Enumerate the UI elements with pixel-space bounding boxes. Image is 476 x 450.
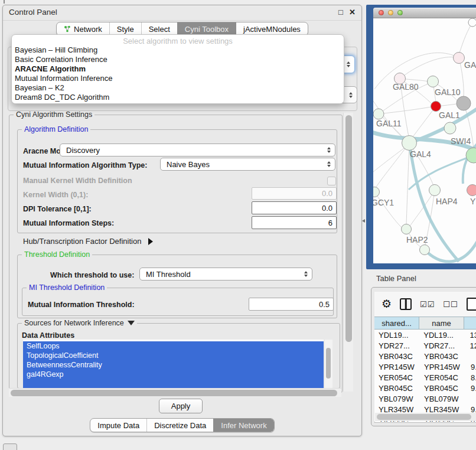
manual-kernel-checkbox[interactable]	[327, 177, 336, 185]
table-scrollbar-thumb[interactable]	[377, 414, 471, 420]
list-scrollbar-thumb[interactable]	[326, 348, 331, 379]
node-salmon[interactable]	[467, 185, 476, 196]
table-row[interactable]: YER054C YER054C 8.	[374, 372, 476, 383]
column-header-name[interactable]: name	[419, 317, 464, 330]
dropdown-item[interactable]: Mutual Information Inference	[12, 74, 344, 83]
settings-horizontal-scrollbar[interactable]	[9, 388, 341, 397]
mi-threshold-field[interactable]: 0.5	[249, 298, 334, 311]
cell: YDL19...	[374, 331, 420, 340]
mi-steps-label: Mutual Information Steps:	[23, 219, 114, 227]
aracne-mode-value: Discovery	[66, 146, 100, 155]
node-gcy1[interactable]	[373, 187, 380, 197]
kernel-width-label: Kernel Width (0,1):	[23, 191, 88, 199]
table-horizontal-scrollbar[interactable]	[375, 413, 476, 421]
split-view-icon[interactable]	[400, 298, 412, 310]
mi-steps-value: 6	[328, 219, 332, 227]
data-attributes-list: SelfLoops TopologicalCoefficient Between…	[23, 340, 324, 388]
node-swi4[interactable]	[444, 122, 456, 134]
stepper-icon	[304, 271, 308, 277]
table-row[interactable]: YBL079W YBL079W	[374, 393, 476, 404]
node-gal4[interactable]	[402, 136, 417, 151]
list-item[interactable]: gal4RGexp	[23, 370, 324, 379]
file-icon[interactable]	[467, 298, 476, 311]
node-label: GAL1	[439, 110, 460, 120]
tab-discretize-data[interactable]: Discretize Data	[146, 419, 213, 432]
settings-vertical-scrollbar[interactable]	[343, 113, 353, 392]
sources-group-title[interactable]: Sources for Network Inference	[22, 319, 137, 327]
group-title: Threshold Definition	[22, 250, 92, 259]
expand-arrow-icon	[128, 321, 135, 325]
tab-jactivemnodules[interactable]: jActiveMNodules	[236, 22, 308, 35]
node-gal1[interactable]	[431, 102, 441, 112]
node-gal10[interactable]	[428, 76, 439, 87]
table-row[interactable]: YPR145W YPR145W 9.	[374, 361, 476, 372]
tab-infer-network[interactable]: Infer Network	[213, 419, 273, 432]
bottom-left-partial-button[interactable]	[3, 444, 17, 450]
node[interactable]	[454, 53, 465, 64]
column-header-partial[interactable]	[464, 317, 476, 330]
tab-impute-data-label: Impute Data	[97, 421, 139, 430]
unchecked-columns-icon[interactable]: ☐☐	[443, 300, 458, 309]
list-item[interactable]: BetweennessCentrality	[23, 360, 324, 370]
dropdown-item[interactable]: Dream8 DC_TDC Algorithm	[12, 93, 344, 102]
network-window-titlebar[interactable]	[373, 8, 476, 18]
tab-impute-data[interactable]: Impute Data	[90, 419, 146, 432]
splitter-arrow-icon[interactable]	[362, 219, 365, 223]
cell: YBL079W	[421, 394, 468, 403]
list-item-partial[interactable]	[23, 379, 324, 388]
tab-cyni-toolbox[interactable]: Cyni Toolbox	[177, 22, 236, 35]
node-hap4[interactable]	[429, 185, 441, 196]
node-label: GAL11	[376, 119, 402, 128]
edge-artifact	[4, 0, 5, 4]
node-gray[interactable]	[457, 96, 471, 110]
apply-button[interactable]: Apply	[159, 399, 203, 413]
mac-zoom-icon[interactable]	[397, 10, 403, 15]
dropdown-item[interactable]: Bayesian – K2	[12, 83, 344, 93]
mi-steps-field[interactable]: 6	[252, 216, 337, 229]
list-scrollbar[interactable]	[325, 340, 332, 388]
dropdown-item-selected[interactable]: ARACNE Algorithm	[12, 64, 344, 74]
node-hap2[interactable]	[402, 224, 412, 234]
tab-network[interactable]: Network	[57, 22, 109, 35]
kernel-width-field[interactable]: 0.0	[252, 187, 337, 200]
column-header-shared[interactable]: shared...	[374, 317, 419, 330]
aracne-mode-combo[interactable]: Discovery	[60, 144, 335, 156]
hub-section-toggle[interactable]: Hub/Transcription Factor Definition	[23, 237, 153, 246]
cell: 9.	[468, 363, 476, 371]
node-label: HAP4	[436, 197, 458, 206]
float-icon[interactable]: □	[338, 8, 343, 17]
dropdown-item[interactable]: Basic Correlation Inference	[12, 55, 344, 64]
vertical-scrollbar-thumb[interactable]	[345, 115, 352, 342]
dpi-tolerance-value: 0.0	[322, 204, 332, 213]
dropdown-item[interactable]: Bayesian – Hill Climbing	[12, 45, 344, 55]
horizontal-scrollbar-thumb[interactable]	[11, 390, 337, 396]
tab-select[interactable]: Select	[141, 22, 177, 35]
cell: 13	[467, 331, 476, 340]
node-gal11[interactable]	[373, 109, 384, 119]
dpi-tolerance-field[interactable]: 0.0	[252, 201, 337, 214]
network-canvas[interactable]: GAL GAL80 GAL10 GAL1 GAL11 SWI4 GAL4 GCY…	[373, 18, 476, 263]
node[interactable]	[420, 245, 430, 255]
table-row[interactable]: YBR043C YBR043C	[374, 351, 476, 361]
sources-title-label: Sources for Network Inference	[24, 319, 124, 327]
mi-type-value: Naive Bayes	[167, 160, 210, 169]
table-row[interactable]: YBR045C YBR045C 9.	[374, 383, 476, 393]
checked-columns-icon[interactable]: ☑☑	[420, 300, 435, 309]
list-item[interactable]: SelfLoops	[23, 341, 324, 351]
close-icon[interactable]: ✕	[349, 8, 356, 17]
tab-style[interactable]: Style	[109, 22, 141, 35]
table-row[interactable]: YDL19... YDL19... 13	[374, 330, 476, 340]
mac-close-icon[interactable]	[379, 10, 384, 15]
which-threshold-combo[interactable]: MI Threshold	[139, 268, 312, 281]
cell: 9.	[468, 384, 476, 393]
collapse-arrow-icon	[148, 238, 153, 245]
group-title: MI Threshold Definition	[27, 283, 107, 292]
gear-icon[interactable]: ⚙	[382, 298, 392, 310]
dpi-tolerance-label: DPI Tolerance [0,1]:	[23, 205, 92, 213]
mi-type-combo[interactable]: Naive Bayes	[160, 158, 335, 171]
table-row[interactable]: YDR27... YDR27... 12	[374, 340, 476, 351]
cell: YBR045C	[421, 384, 468, 393]
mac-minimize-icon[interactable]	[388, 10, 393, 15]
node[interactable]	[468, 18, 476, 27]
list-item[interactable]: TopologicalCoefficient	[23, 351, 324, 360]
